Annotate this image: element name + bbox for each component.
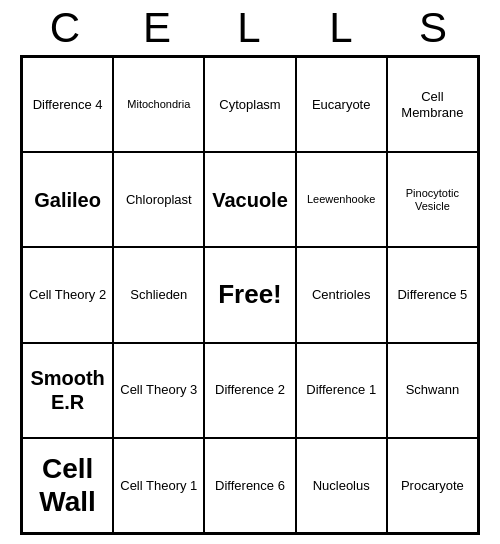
bingo-cell[interactable]: Chloroplast [113, 152, 204, 247]
bingo-cell[interactable]: Difference 6 [204, 438, 295, 533]
title-letter: E [112, 4, 204, 52]
bingo-cell[interactable]: Cell Wall [22, 438, 113, 533]
title-letter: C [20, 4, 112, 52]
bingo-cell[interactable]: Pinocytotic Vesicle [387, 152, 478, 247]
bingo-grid: Difference 4MitochondriaCytoplasmEucaryo… [20, 55, 480, 535]
title-letter: S [388, 4, 480, 52]
bingo-cell[interactable]: Cell Membrane [387, 57, 478, 152]
bingo-cell[interactable]: Eucaryote [296, 57, 387, 152]
title-letter: L [204, 4, 296, 52]
bingo-cell[interactable]: Galileo [22, 152, 113, 247]
bingo-cell[interactable]: Difference 2 [204, 343, 295, 438]
bingo-cell[interactable]: Schwann [387, 343, 478, 438]
bingo-cell[interactable]: Centrioles [296, 247, 387, 342]
bingo-cell[interactable]: Cell Theory 3 [113, 343, 204, 438]
bingo-cell[interactable]: Nucleolus [296, 438, 387, 533]
bingo-cell[interactable]: Difference 1 [296, 343, 387, 438]
bingo-cell[interactable]: Free! [204, 247, 295, 342]
bingo-cell[interactable]: Cell Theory 2 [22, 247, 113, 342]
bingo-cell[interactable]: Cell Theory 1 [113, 438, 204, 533]
bingo-title: CELLS [20, 0, 480, 55]
bingo-cell[interactable]: Difference 5 [387, 247, 478, 342]
bingo-cell[interactable]: Vacuole [204, 152, 295, 247]
bingo-cell[interactable]: Procaryote [387, 438, 478, 533]
bingo-cell[interactable]: Smooth E.R [22, 343, 113, 438]
bingo-cell[interactable]: Difference 4 [22, 57, 113, 152]
bingo-cell[interactable]: Schlieden [113, 247, 204, 342]
bingo-cell[interactable]: Leewenhooke [296, 152, 387, 247]
title-letter: L [296, 4, 388, 52]
bingo-cell[interactable]: Cytoplasm [204, 57, 295, 152]
bingo-cell[interactable]: Mitochondria [113, 57, 204, 152]
